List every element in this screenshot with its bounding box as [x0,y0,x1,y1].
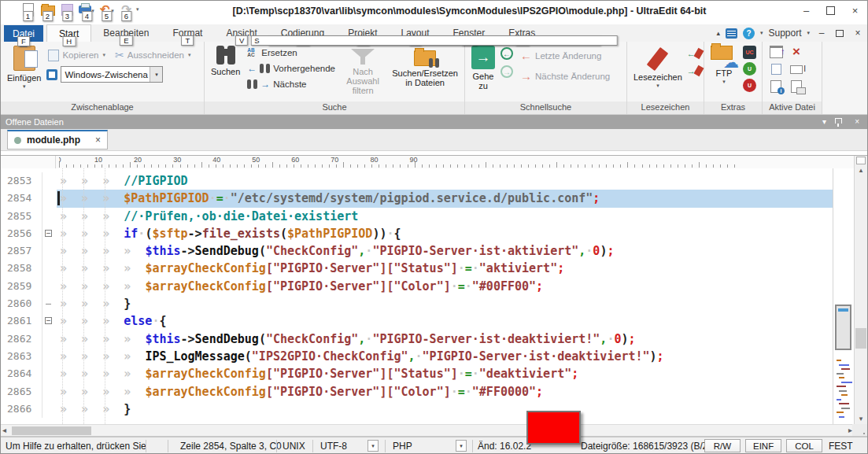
clipboard-combo-dropdown-icon[interactable]: ▾ [150,67,162,82]
code-line-2853[interactable]: 2853» » » //PIGPIOD [1,172,833,190]
mdi-restore-button[interactable] [833,27,846,39]
read-write-toggle[interactable]: R/W [704,439,741,452]
code-line-2865[interactable]: 2865» » » » $arrayCheckConfig["PIGPIO·Se… [1,383,833,400]
code-line-2861[interactable]: 2861–» » » else·{ [1,312,833,330]
mdi-close-button[interactable]: × [851,27,864,39]
fold-margin[interactable]: – [42,312,57,330]
support-dropdown-icon[interactable]: ▾ [807,30,810,36]
close-file-icon[interactable]: × [792,46,800,58]
code-line-2858[interactable]: 2858» » » » $arrayCheckConfig["PIGPIO·Se… [1,260,833,277]
help-dropdown-icon[interactable]: ▾ [760,30,763,36]
help-icon[interactable]: ? [743,28,755,39]
copy-button[interactable]: Kopieren ▾ [46,47,107,63]
clipboard-combo[interactable]: Windows-Zwischena ▾ [61,66,163,83]
mdi-minimize-button[interactable]: – [815,27,828,39]
mail-file-icon[interactable] [791,80,802,93]
code-text[interactable]: » » » » $arrayCheckConfig["PIGPIO·Server… [57,383,833,400]
collapse-ribbon-icon[interactable]: ▴ [716,29,720,37]
close-button[interactable]: × [843,1,867,20]
vertical-scrollbar-thumb[interactable] [855,328,866,349]
code-text[interactable]: » » » » $this->SendDebug("CheckConfig",·… [57,330,833,348]
status-caret-position[interactable]: Zeile 2854, Spalte 3, C0 [180,437,282,454]
rename-file-icon[interactable] [790,65,803,74]
code-line-2856[interactable]: 2856–» » » if·($sftp->file_exists($PathP… [1,225,833,242]
column-mode-toggle[interactable]: COL [786,439,822,452]
fold-collapse-icon[interactable]: – [45,317,52,324]
file-info-icon[interactable] [770,80,781,93]
goto-button[interactable]: → Gehe zu [468,44,498,102]
encoding-dropdown-icon[interactable]: ▾ [368,440,379,452]
code-text[interactable]: » » » } [57,295,833,312]
qat-item-print[interactable]: 4▾ [77,2,97,25]
resize-grip[interactable] [863,433,865,434]
tab-support[interactable]: Support [768,28,801,39]
previous-bookmark-icon[interactable]: ← [688,49,702,60]
paste-button[interactable]: Einfügen ▾ [4,44,44,102]
last-change-button[interactable]: ← Letzte Änderung [519,48,611,64]
vertical-scrollbar[interactable]: ▴ ▾ [854,156,867,424]
code-line-2862[interactable]: 2862» » » » $this->SendDebug("CheckConfi… [1,330,833,348]
ribbon-tab-start[interactable]: StartH [46,24,91,42]
ultraftp-icon[interactable]: U [743,79,756,92]
ribbon-tab-format[interactable]: FormatT [161,24,214,42]
code-text[interactable]: » » » » $arrayCheckConfig["PIGPIO·Server… [57,278,833,295]
find-next-button[interactable]: → Nächste [246,76,337,92]
status-line-ending[interactable]: UNIX [283,437,305,454]
qat-item-new-file[interactable]: 1 [18,2,38,25]
panel-chevron-down-icon[interactable]: ▾ [822,117,826,126]
code-text[interactable]: » » » » $this->SendDebug("CheckConfig",·… [57,242,833,260]
layout-selector-icon[interactable] [726,28,737,39]
ultrafinder-icon[interactable]: U [743,62,756,76]
code-line-2863[interactable]: 2863» » » » IPS_LogMessage("IPS2GPIO·Che… [1,348,833,365]
code-text[interactable]: » » » } [57,400,833,418]
ultracompare-icon[interactable]: UC [743,46,756,59]
fold-margin[interactable]: – [42,225,57,242]
code-text[interactable]: » » » » IPS_LogMessage("IPS2GPIO·CheckCo… [57,348,833,365]
code-text[interactable]: » » » » $arrayCheckConfig["PIGPIO·Server… [57,365,833,382]
code-line-2860[interactable]: 2860» » » } [1,295,833,312]
find-previous-button[interactable]: ← Vorhergehende [246,61,337,76]
code-text[interactable]: » » » $PathPIGPIOD·=·"/etc/systemd/syste… [57,190,833,207]
code-text[interactable]: » » » //·Prüfen,·ob·die·Datei·existiert [57,208,833,225]
ribbon-tab-datei[interactable]: Datei F [4,25,43,42]
find-in-files-button[interactable]: Suchen/Ersetzen in Dateien [389,44,461,102]
code-line-2859[interactable]: 2859» » » » $arrayCheckConfig["PIGPIO·Se… [1,278,833,295]
code-text[interactable]: » » » if·($sftp->file_exists($PathPIGPIO… [57,225,833,242]
nav-forward-icon[interactable]: → [500,65,513,78]
document-map[interactable] [833,168,854,424]
cut-button[interactable]: ✂ Ausschneiden ▾ [113,47,193,63]
qat-item-redo[interactable]: ↷6 [116,2,136,25]
code-text[interactable]: » » » else·{ [57,312,833,330]
qat-item-undo[interactable]: ↶5▾ [97,2,116,25]
ribbon-tab-bearbeiten[interactable]: BearbeitenE [91,24,161,42]
ftp-button[interactable]: ☁ FTP ▾ [707,44,741,102]
code-lines[interactable]: 2853» » » //PIGPIOD2854» » » $PathPIGPIO… [1,168,833,424]
scroll-down-icon[interactable]: ▾ [855,415,867,423]
panel-close-icon[interactable]: × [855,117,859,126]
code-text[interactable]: » » » //PIGPIOD [57,172,833,190]
document-map-viewport[interactable] [835,305,851,350]
document-tab-module-php[interactable]: module.php × [7,130,108,149]
horizontal-scrollbar-thumb[interactable] [12,426,91,435]
copy-file-icon[interactable] [771,64,781,75]
document-tab-close-icon[interactable]: × [95,135,101,146]
scroll-up-icon[interactable]: ▴ [855,166,867,174]
maximize-button[interactable] [818,1,843,20]
syntax-dropdown-icon[interactable]: ▾ [456,440,467,452]
upload-file-icon[interactable]: ↑ [770,46,783,58]
code-line-2857[interactable]: 2857» » » » $this->SendDebug("CheckConfi… [1,242,833,260]
qat-customize-icon[interactable]: ▾ [136,6,139,13]
code-line-2855[interactable]: 2855» » » //·Prüfen,·ob·die·Datei·existi… [1,208,833,225]
qat-item-save[interactable]: 3 [57,2,77,25]
bookmark-button[interactable]: Lesezeichen ▾ [630,44,685,102]
next-bookmark-icon[interactable]: → [688,66,702,77]
qat-item-open-folder[interactable]: 2 [38,2,57,25]
horizontal-scrollbar[interactable]: ◂ ▸ [1,424,854,437]
fold-collapse-icon[interactable]: – [45,230,52,237]
find-button[interactable]: Suchen [208,44,243,102]
code-line-2866[interactable]: 2866» » » } [1,400,833,418]
status-syntax[interactable]: PHP [393,437,412,454]
next-change-button[interactable]: → Nächste Änderung [519,68,611,84]
replace-button[interactable]: ABAC Ersetzen [246,45,337,61]
split-window-handle[interactable] [856,157,866,164]
